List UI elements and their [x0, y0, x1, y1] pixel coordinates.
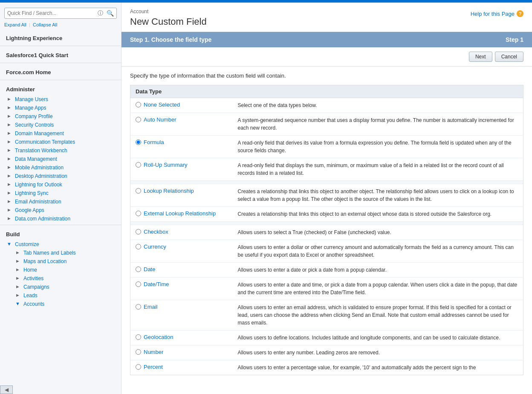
arrow-icon: ►	[7, 148, 13, 154]
sidebar-section-forcecom[interactable]: Force.com Home	[0, 65, 121, 78]
sidebar-item[interactable]: ► Tab Names and Labels	[0, 249, 121, 257]
table-row: External Lookup Relationship Creates a r…	[130, 207, 523, 222]
radio-input-email[interactable]	[136, 304, 141, 310]
title-area: Account New Custom Field	[130, 9, 207, 27]
radio-input-percent[interactable]	[136, 364, 141, 370]
sidebar-item[interactable]: ► Manage Apps	[0, 104, 121, 112]
sidebar-item[interactable]: ► Security Controls	[0, 121, 121, 129]
radio-input-number[interactable]	[136, 349, 141, 355]
radio-datetime[interactable]: Date/Time	[136, 281, 228, 287]
radio-rollup[interactable]: Roll-Up Summary	[136, 162, 228, 168]
step-number: Step 1	[506, 36, 523, 43]
table-row: Number Allows users to enter any number.…	[130, 345, 523, 360]
sidebar-item[interactable]: ► Communication Templates	[0, 138, 121, 146]
radio-currency[interactable]: Currency	[136, 243, 228, 250]
sidebar-section-build[interactable]: Build	[0, 227, 121, 240]
radio-input-formula[interactable]	[136, 139, 141, 145]
table-row: Formula A read-only field that derives i…	[130, 136, 523, 158]
info-icon[interactable]: ⓘ	[98, 9, 103, 17]
help-label: Help for this Page	[471, 11, 515, 17]
page-header: Account New Custom Field Help for this P…	[121, 3, 532, 32]
action-bar: Next Cancel	[121, 47, 532, 67]
scroll-left-button[interactable]: ◀	[0, 385, 13, 394]
sidebar-item[interactable]: ► Google Apps	[0, 206, 121, 214]
sidebar-item[interactable]: ► Lightning for Outlook	[0, 180, 121, 189]
sidebar-section-administer[interactable]: Administer	[0, 82, 121, 95]
radio-none[interactable]: None Selected	[136, 101, 228, 108]
radio-number[interactable]: Number	[136, 349, 228, 355]
table-row: Auto Number A system-generated sequence …	[130, 113, 523, 136]
radio-autonumber[interactable]: Auto Number	[136, 116, 228, 123]
search-input[interactable]	[7, 10, 98, 16]
radio-geolocation[interactable]: Geolocation	[136, 334, 228, 340]
radio-input-lookup[interactable]	[136, 188, 141, 194]
radio-input-date[interactable]	[136, 267, 141, 272]
sidebar-item[interactable]: ► Translation Workbench	[0, 146, 121, 155]
step-title: Step 1. Choose the field type	[130, 36, 211, 43]
sidebar-item[interactable]: ► Campaigns	[0, 283, 121, 291]
next-button[interactable]: Next	[469, 52, 492, 62]
arrow-icon: ►	[15, 275, 21, 281]
radio-input-none[interactable]	[136, 102, 141, 107]
radio-input-external-lookup[interactable]	[136, 211, 141, 216]
table-row: Lookup Relationship Creates a relationsh…	[130, 184, 523, 207]
radio-percent[interactable]: Percent	[136, 364, 228, 370]
radio-lookup[interactable]: Lookup Relationship	[136, 188, 228, 194]
cancel-button[interactable]: Cancel	[495, 52, 523, 62]
radio-checkbox[interactable]: Checkbox	[136, 229, 228, 235]
arrow-icon: ►	[7, 113, 13, 119]
radio-external-lookup[interactable]: External Lookup Relationship	[136, 210, 228, 217]
sidebar: ⓘ 🔍 Expand All | Collapse All Lightning …	[0, 3, 121, 394]
data-type-table: None Selected Select one of the data typ…	[130, 98, 523, 375]
table-row: Date/Time Allows users to enter a date a…	[130, 278, 523, 300]
type-desc-external-lookup: Creates a relationship that links this o…	[233, 207, 523, 222]
expand-icon: ▼	[15, 301, 21, 307]
search-icon[interactable]: 🔍	[107, 10, 114, 17]
arrow-icon: ►	[7, 130, 13, 136]
group-separator	[130, 181, 523, 184]
sidebar-item[interactable]: ► Lightning Sync	[0, 189, 121, 197]
arrow-icon: ►	[7, 216, 13, 222]
sidebar-section-salesforce1[interactable]: Salesforce1 Quick Start	[0, 48, 121, 61]
radio-formula[interactable]: Formula	[136, 139, 228, 145]
arrow-icon: ►	[15, 267, 21, 273]
sidebar-item[interactable]: ► Manage Users	[0, 95, 121, 104]
table-row: Checkbox Allows users to select a True (…	[130, 225, 523, 240]
radio-input-geolocation[interactable]	[136, 334, 141, 340]
sidebar-item[interactable]: ► Data.com Administration	[0, 214, 121, 223]
sidebar-item[interactable]: ► Company Profile	[0, 112, 121, 121]
page-title: New Custom Field	[130, 16, 207, 27]
sidebar-item[interactable]: ► Domain Management	[0, 129, 121, 138]
divider	[0, 80, 121, 80]
collapse-all-link[interactable]: Collapse All	[33, 22, 57, 27]
table-row: Currency Allows users to enter a dollar …	[130, 240, 523, 263]
sidebar-item[interactable]: ► Mobile Administration	[0, 163, 121, 172]
radio-input-checkbox[interactable]	[136, 229, 141, 235]
sidebar-item[interactable]: ► Desktop Administration	[0, 172, 121, 180]
arrow-icon: ►	[15, 258, 21, 264]
radio-input-datetime[interactable]	[136, 281, 141, 287]
divider	[0, 225, 121, 225]
sidebar-item[interactable]: ► Data Management	[0, 155, 121, 163]
sidebar-item[interactable]: ► Activities	[0, 274, 121, 283]
radio-date[interactable]: Date	[136, 266, 228, 272]
radio-email[interactable]: Email	[136, 304, 228, 310]
table-row: Date Allows users to enter a date or pic…	[130, 263, 523, 278]
sidebar-item-accounts[interactable]: ▼ Accounts	[0, 300, 121, 308]
type-desc-currency: Allows users to enter a dollar or other …	[233, 240, 523, 263]
arrow-icon: ►	[7, 96, 13, 102]
sidebar-item[interactable]: ► Email Administration	[0, 197, 121, 206]
sidebar-item[interactable]: ► Home	[0, 266, 121, 274]
radio-input-rollup[interactable]	[136, 162, 141, 168]
radio-input-autonumber[interactable]	[136, 117, 141, 122]
sidebar-section-lightning-experience[interactable]: Lightning Experience	[0, 31, 121, 44]
expand-all-link[interactable]: Expand All	[4, 22, 26, 27]
type-desc-lookup: Creates a relationship that links this o…	[233, 184, 523, 207]
sidebar-item[interactable]: ► Leads	[0, 291, 121, 300]
table-row: None Selected Select one of the data typ…	[130, 98, 523, 113]
help-link[interactable]: Help for this Page ?	[471, 10, 523, 17]
radio-input-currency[interactable]	[136, 244, 141, 249]
sidebar-item-customize[interactable]: ▼ Customize	[0, 240, 121, 249]
arrow-icon: ►	[15, 250, 21, 256]
sidebar-item[interactable]: ► Maps and Location	[0, 257, 121, 266]
